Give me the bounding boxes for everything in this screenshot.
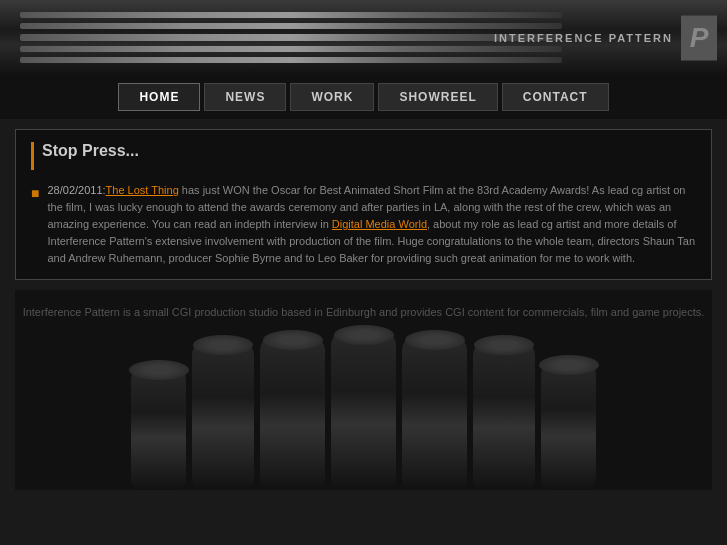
news-item: ■ 28/02/2011:The Lost Thing has just WON…: [31, 182, 696, 267]
news-date: 28/02/2011:: [47, 184, 105, 196]
nav-showreel[interactable]: SHOWREEL: [378, 83, 497, 111]
main-nav: HOME NEWS WORK SHOWREEL CONTACT: [0, 75, 727, 119]
cylinder-5: [402, 330, 467, 490]
main-content: Stop Press... ■ 28/02/2011:The Lost Thin…: [0, 119, 727, 500]
site-logo: INTERFERENCE PATTERN P: [494, 15, 717, 60]
cylinder-7: [541, 355, 596, 490]
cylinder-4: [331, 325, 396, 490]
logo-text: INTERFERENCE PATTERN: [494, 32, 673, 44]
cylinder-6: [473, 335, 535, 490]
nav-work[interactable]: WORK: [290, 83, 374, 111]
stop-press-title: Stop Press...: [31, 142, 696, 170]
digital-media-world-link[interactable]: Digital Media World: [332, 218, 427, 230]
cylinder-1: [131, 360, 186, 490]
cylinder-2: [192, 335, 254, 490]
stripe-4: [20, 46, 562, 52]
stripe-3: [20, 34, 562, 40]
lost-thing-link[interactable]: The Lost Thing: [106, 184, 179, 196]
news-body: 28/02/2011:The Lost Thing has just WON t…: [47, 182, 696, 267]
logo-letter: P: [681, 15, 717, 60]
stop-press-box: Stop Press... ■ 28/02/2011:The Lost Thin…: [15, 129, 712, 280]
nav-home[interactable]: HOME: [118, 83, 200, 111]
nav-news[interactable]: NEWS: [204, 83, 286, 111]
news-bullet-icon: ■: [31, 183, 39, 204]
nav-contact[interactable]: CONTACT: [502, 83, 609, 111]
stripe-2: [20, 23, 562, 29]
stripe-5: [20, 57, 562, 63]
bottom-section: Interference Pattern is a small CGI prod…: [15, 290, 712, 490]
cylinders-container: [15, 310, 712, 490]
cylinder-3: [260, 330, 325, 490]
stripe-1: [20, 12, 562, 18]
site-header: INTERFERENCE PATTERN P: [0, 0, 727, 75]
